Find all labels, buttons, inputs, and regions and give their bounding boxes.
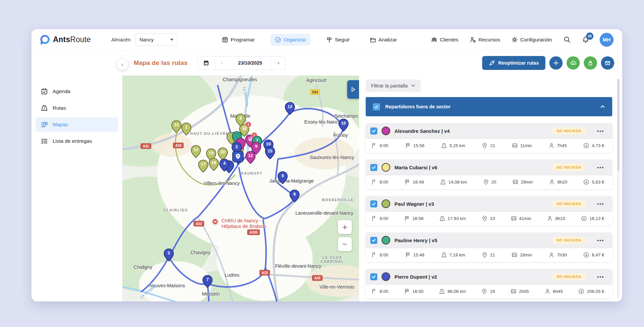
driver-header-row[interactable]: Pauline Henry | v5 NO INICIADA ••• [366, 233, 612, 248]
map-pin-blue[interactable]: 8 [290, 190, 300, 202]
calendar-check-icon [41, 88, 48, 95]
cloud-download-button[interactable] [567, 56, 580, 70]
calendar-button[interactable] [198, 57, 215, 70]
map-pin-magenta[interactable]: 12 [246, 151, 256, 164]
person-gear-icon [470, 36, 476, 43]
stops-pin-icon [481, 288, 487, 295]
brand-logo[interactable]: AntsRoute [40, 35, 91, 45]
road-icon [439, 215, 445, 222]
map-pin-blue[interactable]: 7 [203, 275, 213, 288]
vehicle-icon [510, 288, 517, 295]
driver-checkbox[interactable] [370, 200, 377, 207]
map-pin-blue[interactable]: 5 [164, 248, 174, 261]
chart-icon [370, 36, 376, 43]
nav-recursos[interactable]: Recursos [469, 34, 501, 45]
signpost-icon [326, 36, 333, 43]
tab-seguir[interactable]: Seguir [322, 34, 354, 46]
add-button[interactable] [549, 56, 563, 70]
driver-menu-button[interactable]: ••• [597, 274, 604, 280]
tab-organizar[interactable]: Organizar [270, 34, 310, 46]
person-icon [547, 215, 553, 222]
filter-screen-button[interactable]: Filtrar la pantalla [366, 80, 421, 92]
stat-end: 15:48 [405, 252, 425, 258]
warehouse-select[interactable]: Nancy [135, 33, 178, 46]
driver-checkbox[interactable] [370, 128, 377, 135]
stat-start: 8:00 [371, 252, 388, 258]
driver-status-badge: NO INICIADA [553, 200, 585, 207]
map-pin-olive[interactable]: 13 [191, 145, 201, 158]
panel-scrollbar[interactable] [617, 79, 620, 298]
pin-count-badge: 2 [246, 122, 252, 128]
nav-clientes[interactable]: Clientes [430, 34, 459, 45]
antsroute-logo-icon [40, 35, 50, 45]
driver-menu-button[interactable]: ••• [597, 165, 604, 170]
start-flag-icon [371, 288, 377, 295]
driver-header-row[interactable]: Marta Cubarsi | v6 NO INICIADA ••• [366, 160, 612, 175]
lock-button[interactable] [584, 56, 597, 70]
previous-day-button[interactable]: ‹ [215, 57, 229, 70]
calendar-icon [222, 36, 228, 43]
email-button[interactable] [601, 56, 614, 70]
titlebar: ‹ Mapa de las rutas ‹ 23/10/2025 › Reopt… [122, 50, 622, 76]
map-place-marker[interactable] [232, 151, 244, 167]
chevron-down-icon [170, 39, 173, 41]
tab-programar[interactable]: Programar [217, 34, 259, 46]
driver-menu-button[interactable]: ••• [597, 201, 604, 207]
driver-list: Alexandre Sanchez | v4 NO INICIADA ••• 8… [366, 123, 612, 299]
stat-drive: 2h05 [510, 288, 529, 295]
driver-header-row[interactable]: Paul Wagner | v3 NO INICIADA ••• [366, 196, 612, 212]
map-expand-button[interactable] [347, 80, 359, 99]
date-picker: ‹ 23/10/2025 › [198, 56, 286, 70]
map-pin-blue[interactable]: 9 [278, 171, 288, 184]
driver-checkbox[interactable] [370, 164, 377, 171]
map-pin-olive[interactable]: 18 [209, 158, 219, 171]
nav-configuracion[interactable]: Configuración [511, 34, 553, 45]
hospital-icon[interactable]: H [212, 218, 218, 225]
stat-cost: 4,73 € [583, 142, 604, 149]
next-day-button[interactable]: › [271, 57, 285, 70]
cost-icon [581, 215, 587, 222]
notifications-button[interactable]: 35 [581, 35, 590, 44]
driver-menu-button[interactable]: ••• [597, 128, 604, 134]
sidebar-item-lista-entregas[interactable]: Lista de entregas [35, 134, 118, 148]
zoom-in-button[interactable]: + [338, 220, 352, 234]
map-pin-blue[interactable]: 12 [285, 102, 295, 115]
person-icon [544, 288, 551, 295]
driver-header-row[interactable]: Alexandre Sanchez | v4 NO INICIADA ••• [366, 123, 612, 139]
user-avatar[interactable]: MH [600, 33, 614, 47]
map-pin-blue[interactable]: 10 [339, 119, 349, 132]
driver-stats-row: 8:00 16:50 86,06 km 19 2h05 6h45 206,55 … [366, 285, 612, 299]
map-pin-olive[interactable]: 1 [181, 123, 192, 136]
cost-icon [583, 252, 589, 258]
collapse-sidebar-button[interactable]: ‹ [117, 59, 128, 70]
search-button[interactable] [563, 35, 571, 44]
driver-checkbox[interactable] [370, 273, 377, 280]
map-pin-blue[interactable]: 15 [265, 146, 275, 159]
drivers-group-header[interactable]: Repartidores fuera de sector [366, 97, 612, 116]
stat-distance: 14,08 km [440, 179, 467, 185]
driver-checkbox[interactable] [370, 237, 377, 244]
tab-analizar[interactable]: Analizar [365, 34, 401, 46]
driver-name: Pierre Dupont | v2 [394, 274, 548, 280]
map-pin-olive[interactable]: 12 [171, 120, 182, 133]
stat-duration: 8h20 [549, 179, 567, 185]
sidebar-item-agenda[interactable]: Agenda [35, 84, 118, 99]
map-pin-blue[interactable]: 4 [219, 159, 230, 172]
driver-header-row[interactable]: Pierre Dupont | v2 NO INICIADA ••• [366, 269, 612, 285]
sidebar-item-rutas[interactable]: Rutas [35, 101, 118, 115]
routes-map[interactable]: ChampigneullesAgincourtD83SeichampsEssey… [122, 76, 359, 301]
sidebar-item-mapas[interactable]: Mapas [35, 117, 118, 132]
checklist-icon [41, 137, 48, 145]
reoptimize-routes-button[interactable]: Reoptimizar rutas [482, 56, 545, 70]
stat-distance: 7,19 km [441, 252, 465, 258]
map-pin-olive[interactable]: 17 [198, 160, 208, 173]
start-flag-icon [371, 215, 377, 222]
stat-drive: 11min [512, 142, 532, 149]
top-navigation: AntsRoute Almacén Nancy Programar Organi… [31, 29, 622, 50]
driver-menu-button[interactable]: ••• [597, 238, 604, 243]
zoom-out-button[interactable]: − [338, 237, 352, 251]
stat-drive: 18min [511, 252, 532, 258]
vehicle-icon [511, 215, 517, 222]
group-checkbox[interactable] [373, 103, 380, 110]
chevron-up-icon[interactable] [600, 104, 605, 109]
